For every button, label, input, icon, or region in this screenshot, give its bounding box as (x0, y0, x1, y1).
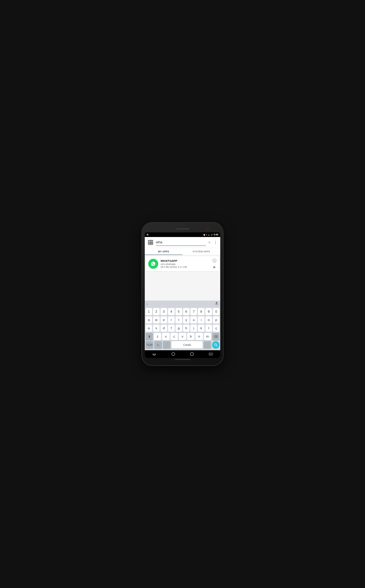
app-meta: 28.2 Mb Version 2.17.146 (161, 266, 210, 268)
search-input-wrap (156, 240, 206, 245)
keyboard-collapse-button[interactable]: › (147, 302, 148, 306)
key-9[interactable]: 9 (205, 308, 212, 315)
key-search[interactable] (212, 341, 219, 349)
key-c-cedilla[interactable]: ç (213, 325, 219, 332)
key-e[interactable]: e (161, 316, 167, 324)
key-b[interactable]: b (187, 333, 194, 340)
app-content: ✕ ⋮ MY APPS SYSTEM APPS (145, 237, 220, 358)
key-h[interactable]: h (183, 325, 190, 332)
key-j[interactable]: j (190, 325, 197, 332)
app-name: WHATSAPP (161, 259, 210, 262)
keyboard-rows: 1 2 3 4 5 6 7 8 9 0 q w (145, 307, 220, 350)
key-d[interactable]: d (161, 325, 167, 332)
alarm-icon: ⏰ (203, 234, 205, 236)
search-header: ✕ ⋮ (145, 237, 220, 248)
home-indicator (175, 359, 190, 360)
key-emoji[interactable]: ☺ (154, 341, 162, 349)
search-underline (156, 245, 206, 246)
key-4[interactable]: 4 (168, 308, 175, 315)
key-2[interactable]: 2 (153, 308, 160, 315)
carrier-icon: N (147, 233, 148, 236)
app-item-whatsapp[interactable]: WHATSAPP com.whatsapp 28.2 Mb Version 2.… (146, 256, 219, 271)
speaker (176, 228, 189, 230)
tab-my-apps[interactable]: MY APPS (145, 248, 182, 255)
tab-system-apps[interactable]: SYSTEM APPS (182, 248, 220, 255)
key-period[interactable]: . (204, 341, 211, 349)
camera (207, 228, 209, 230)
keyboard-toolbar: › (145, 301, 220, 307)
app-list: WHATSAPP com.whatsapp 28.2 Mb Version 2.… (145, 255, 220, 273)
grid-icon-button[interactable] (147, 238, 154, 246)
svg-point-9 (172, 352, 175, 356)
screen: N ⏰ ▾ ▲ ⚡ 5:05 (145, 232, 220, 358)
key-s[interactable]: s (153, 325, 160, 332)
home-icon (171, 352, 175, 356)
phone-bottom (145, 358, 220, 361)
volume-button (141, 255, 142, 267)
key-backspace[interactable]: ⌫ (212, 333, 219, 340)
svg-marker-8 (153, 354, 156, 356)
key-y[interactable]: y (183, 316, 190, 324)
keyboard-mic-button[interactable] (215, 302, 218, 306)
svg-rect-10 (190, 353, 193, 355)
battery-icon: ⚡ (211, 234, 213, 236)
key-n[interactable]: n (195, 333, 203, 340)
power-button (223, 250, 224, 255)
svg-line-7 (216, 345, 217, 346)
app-info-button[interactable]: i (212, 258, 217, 263)
key-k[interactable]: k (198, 325, 204, 332)
app-launch-button[interactable] (212, 265, 217, 269)
keyboard-icon (209, 353, 213, 355)
key-p[interactable]: p (213, 316, 219, 324)
recents-icon (190, 352, 194, 356)
phone-device: N ⏰ ▾ ▲ ⚡ 5:05 (142, 223, 223, 365)
key-g[interactable]: g (175, 325, 182, 332)
app-package: com.whatsapp (161, 263, 210, 266)
key-f[interactable]: f (168, 325, 175, 332)
search-input[interactable] (156, 240, 206, 245)
search-more-button[interactable]: ⋮ (213, 239, 218, 245)
key-symbols[interactable]: ?123 (146, 341, 153, 349)
key-l[interactable]: l (205, 325, 212, 332)
key-a[interactable]: a (146, 325, 152, 332)
key-3[interactable]: 3 (161, 308, 167, 315)
phone-top-bar (145, 226, 220, 232)
play-icon (213, 266, 216, 269)
nav-keyboard-button[interactable] (209, 353, 213, 355)
nav-back-button[interactable] (152, 352, 156, 356)
whatsapp-logo (148, 259, 158, 269)
key-8[interactable]: 8 (198, 308, 204, 315)
key-m[interactable]: m (204, 333, 211, 340)
key-comma[interactable]: , (163, 341, 171, 349)
key-c[interactable]: c (171, 333, 178, 340)
key-shift[interactable]: ⬆ (146, 333, 153, 340)
key-v[interactable]: v (179, 333, 186, 340)
grid-icon (148, 240, 153, 245)
search-clear-button[interactable]: ✕ (207, 240, 211, 245)
svg-marker-3 (213, 266, 216, 269)
app-actions: i (212, 258, 217, 269)
status-bar: N ⏰ ▾ ▲ ⚡ 5:05 (145, 232, 220, 237)
key-z[interactable]: z (154, 333, 161, 340)
whatsapp-svg (150, 260, 156, 267)
key-w[interactable]: w (153, 316, 160, 324)
key-r[interactable]: r (168, 316, 175, 324)
key-x[interactable]: x (162, 333, 169, 340)
key-q[interactable]: q (146, 316, 152, 324)
empty-content-area (145, 273, 220, 301)
key-7[interactable]: 7 (190, 308, 197, 315)
key-t[interactable]: t (175, 316, 182, 324)
nav-home-button[interactable] (171, 352, 175, 356)
key-5[interactable]: 5 (175, 308, 182, 315)
volume-down-button (223, 258, 224, 268)
app-icon-whatsapp (148, 259, 158, 269)
key-1[interactable]: 1 (146, 308, 152, 315)
key-space[interactable]: Català (172, 341, 203, 349)
key-u[interactable]: u (190, 316, 197, 324)
nav-recents-button[interactable] (190, 352, 194, 356)
key-o[interactable]: o (205, 316, 212, 324)
key-6[interactable]: 6 (183, 308, 190, 315)
svg-text:i: i (214, 259, 215, 262)
key-0[interactable]: 0 (213, 308, 219, 315)
key-i[interactable]: i (198, 316, 204, 324)
